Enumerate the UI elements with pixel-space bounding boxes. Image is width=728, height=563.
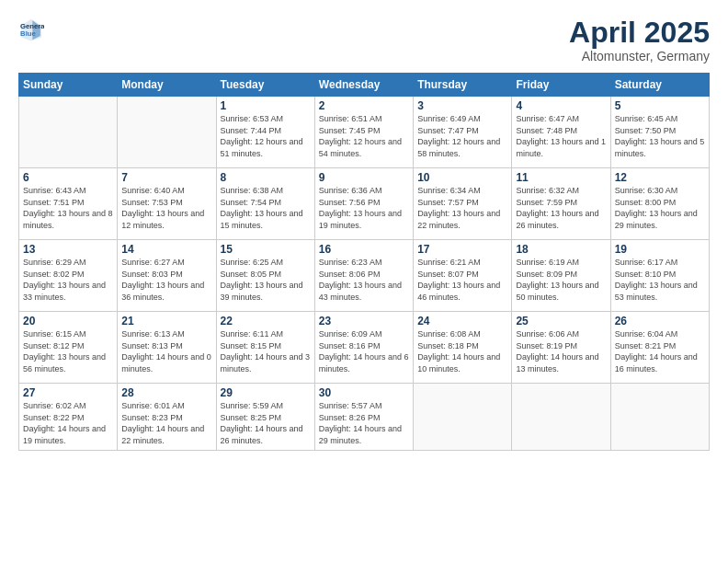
table-cell: 16Sunrise: 6:23 AM Sunset: 8:06 PM Dayli… bbox=[314, 240, 413, 312]
day-number: 30 bbox=[319, 386, 409, 399]
table-cell: 4Sunrise: 6:47 AM Sunset: 7:48 PM Daylig… bbox=[512, 97, 610, 168]
day-info: Sunrise: 6:01 AM Sunset: 8:23 PM Dayligh… bbox=[121, 400, 211, 446]
day-info: Sunrise: 6:47 AM Sunset: 7:48 PM Dayligh… bbox=[516, 113, 606, 159]
day-number: 22 bbox=[221, 315, 311, 327]
table-cell bbox=[118, 97, 216, 168]
day-number: 23 bbox=[319, 315, 409, 327]
day-info: Sunrise: 6:09 AM Sunset: 8:16 PM Dayligh… bbox=[319, 328, 409, 374]
logo: General Blue bbox=[18, 17, 46, 42]
table-cell: 30Sunrise: 5:57 AM Sunset: 8:26 PM Dayli… bbox=[314, 384, 413, 450]
col-sunday: Sunday bbox=[19, 74, 118, 97]
table-cell: 7Sunrise: 6:40 AM Sunset: 7:53 PM Daylig… bbox=[118, 168, 216, 240]
table-cell: 6Sunrise: 6:43 AM Sunset: 7:51 PM Daylig… bbox=[19, 168, 118, 240]
table-cell: 8Sunrise: 6:38 AM Sunset: 7:54 PM Daylig… bbox=[216, 168, 314, 240]
table-cell: 28Sunrise: 6:01 AM Sunset: 8:23 PM Dayli… bbox=[118, 384, 216, 450]
day-info: Sunrise: 6:04 AM Sunset: 8:21 PM Dayligh… bbox=[615, 328, 705, 374]
calendar-table: Sunday Monday Tuesday Wednesday Thursday… bbox=[18, 73, 710, 450]
day-number: 24 bbox=[417, 315, 507, 327]
day-number: 14 bbox=[121, 243, 211, 256]
day-info: Sunrise: 6:15 AM Sunset: 8:12 PM Dayligh… bbox=[23, 328, 113, 374]
table-cell: 12Sunrise: 6:30 AM Sunset: 8:00 PM Dayli… bbox=[610, 168, 709, 240]
table-cell bbox=[512, 384, 610, 450]
table-cell: 11Sunrise: 6:32 AM Sunset: 7:59 PM Dayli… bbox=[512, 168, 610, 240]
logo-icon: General Blue bbox=[18, 17, 44, 42]
day-info: Sunrise: 6:08 AM Sunset: 8:18 PM Dayligh… bbox=[417, 328, 507, 374]
day-number: 19 bbox=[615, 243, 705, 256]
day-info: Sunrise: 6:11 AM Sunset: 8:15 PM Dayligh… bbox=[221, 328, 311, 374]
day-info: Sunrise: 6:30 AM Sunset: 8:00 PM Dayligh… bbox=[615, 185, 705, 231]
day-info: Sunrise: 6:06 AM Sunset: 8:19 PM Dayligh… bbox=[516, 328, 606, 374]
calendar-subtitle: Altomunster, Germany bbox=[569, 49, 710, 63]
day-number: 27 bbox=[23, 386, 113, 399]
calendar-title: April 2025 bbox=[569, 17, 710, 49]
day-info: Sunrise: 6:49 AM Sunset: 7:47 PM Dayligh… bbox=[417, 113, 507, 159]
table-cell: 19Sunrise: 6:17 AM Sunset: 8:10 PM Dayli… bbox=[610, 240, 709, 312]
day-info: Sunrise: 6:19 AM Sunset: 8:09 PM Dayligh… bbox=[516, 257, 606, 303]
day-number: 10 bbox=[417, 171, 507, 184]
table-cell: 23Sunrise: 6:09 AM Sunset: 8:16 PM Dayli… bbox=[314, 312, 413, 384]
day-number: 25 bbox=[516, 315, 606, 327]
table-cell: 1Sunrise: 6:53 AM Sunset: 7:44 PM Daylig… bbox=[216, 97, 314, 168]
day-number: 3 bbox=[417, 99, 507, 112]
day-info: Sunrise: 6:38 AM Sunset: 7:54 PM Dayligh… bbox=[221, 185, 311, 231]
day-number: 18 bbox=[516, 243, 606, 256]
day-info: Sunrise: 6:13 AM Sunset: 8:13 PM Dayligh… bbox=[121, 328, 211, 374]
table-cell: 14Sunrise: 6:27 AM Sunset: 8:03 PM Dayli… bbox=[118, 240, 216, 312]
day-number: 28 bbox=[121, 386, 211, 399]
day-number: 8 bbox=[221, 171, 311, 184]
day-info: Sunrise: 6:25 AM Sunset: 8:05 PM Dayligh… bbox=[221, 257, 311, 303]
col-tuesday: Tuesday bbox=[216, 74, 314, 97]
day-info: Sunrise: 6:36 AM Sunset: 7:56 PM Dayligh… bbox=[319, 185, 409, 231]
table-cell: 15Sunrise: 6:25 AM Sunset: 8:05 PM Dayli… bbox=[216, 240, 314, 312]
table-cell: 17Sunrise: 6:21 AM Sunset: 8:07 PM Dayli… bbox=[414, 240, 512, 312]
day-info: Sunrise: 6:34 AM Sunset: 7:57 PM Dayligh… bbox=[417, 185, 507, 231]
day-number: 26 bbox=[615, 315, 705, 327]
table-cell: 21Sunrise: 6:13 AM Sunset: 8:13 PM Dayli… bbox=[118, 312, 216, 384]
col-friday: Friday bbox=[512, 74, 610, 97]
day-number: 6 bbox=[23, 171, 113, 184]
day-info: Sunrise: 5:59 AM Sunset: 8:25 PM Dayligh… bbox=[221, 400, 311, 446]
day-number: 1 bbox=[221, 99, 311, 112]
table-cell: 5Sunrise: 6:45 AM Sunset: 7:50 PM Daylig… bbox=[610, 97, 709, 168]
day-info: Sunrise: 6:23 AM Sunset: 8:06 PM Dayligh… bbox=[319, 257, 409, 303]
day-info: Sunrise: 6:29 AM Sunset: 8:02 PM Dayligh… bbox=[23, 257, 113, 303]
page: General Blue April 2025 Altomunster, Ger… bbox=[0, 0, 728, 563]
col-wednesday: Wednesday bbox=[314, 74, 413, 97]
day-number: 5 bbox=[615, 99, 705, 112]
table-cell: 27Sunrise: 6:02 AM Sunset: 8:22 PM Dayli… bbox=[19, 384, 118, 450]
day-info: Sunrise: 6:27 AM Sunset: 8:03 PM Dayligh… bbox=[121, 257, 211, 303]
day-number: 17 bbox=[417, 243, 507, 256]
table-cell: 20Sunrise: 6:15 AM Sunset: 8:12 PM Dayli… bbox=[19, 312, 118, 384]
day-number: 2 bbox=[319, 99, 409, 112]
table-cell: 22Sunrise: 6:11 AM Sunset: 8:15 PM Dayli… bbox=[216, 312, 314, 384]
day-info: Sunrise: 6:51 AM Sunset: 7:45 PM Dayligh… bbox=[319, 113, 409, 159]
svg-text:General: General bbox=[20, 22, 44, 30]
day-number: 20 bbox=[23, 315, 113, 327]
table-cell: 29Sunrise: 5:59 AM Sunset: 8:25 PM Dayli… bbox=[216, 384, 314, 450]
day-number: 9 bbox=[319, 171, 409, 184]
day-number: 11 bbox=[516, 171, 606, 184]
day-number: 4 bbox=[516, 99, 606, 112]
day-info: Sunrise: 6:43 AM Sunset: 7:51 PM Dayligh… bbox=[23, 185, 113, 231]
day-number: 29 bbox=[221, 386, 311, 399]
col-thursday: Thursday bbox=[414, 74, 512, 97]
table-cell: 26Sunrise: 6:04 AM Sunset: 8:21 PM Dayli… bbox=[610, 312, 709, 384]
day-info: Sunrise: 5:57 AM Sunset: 8:26 PM Dayligh… bbox=[319, 400, 409, 446]
table-cell bbox=[610, 384, 709, 450]
table-cell: 3Sunrise: 6:49 AM Sunset: 7:47 PM Daylig… bbox=[414, 97, 512, 168]
calendar-header-row: Sunday Monday Tuesday Wednesday Thursday… bbox=[19, 74, 710, 97]
day-number: 7 bbox=[121, 171, 211, 184]
day-info: Sunrise: 6:32 AM Sunset: 7:59 PM Dayligh… bbox=[516, 185, 606, 231]
table-cell bbox=[19, 97, 118, 168]
day-info: Sunrise: 6:53 AM Sunset: 7:44 PM Dayligh… bbox=[221, 113, 311, 159]
table-cell: 2Sunrise: 6:51 AM Sunset: 7:45 PM Daylig… bbox=[314, 97, 413, 168]
day-info: Sunrise: 6:21 AM Sunset: 8:07 PM Dayligh… bbox=[417, 257, 507, 303]
day-info: Sunrise: 6:40 AM Sunset: 7:53 PM Dayligh… bbox=[121, 185, 211, 231]
table-cell: 18Sunrise: 6:19 AM Sunset: 8:09 PM Dayli… bbox=[512, 240, 610, 312]
table-cell: 24Sunrise: 6:08 AM Sunset: 8:18 PM Dayli… bbox=[414, 312, 512, 384]
day-number: 13 bbox=[23, 243, 113, 256]
header: General Blue April 2025 Altomunster, Ger… bbox=[18, 17, 710, 63]
day-number: 15 bbox=[221, 243, 311, 256]
day-number: 21 bbox=[121, 315, 211, 327]
day-number: 16 bbox=[319, 243, 409, 256]
